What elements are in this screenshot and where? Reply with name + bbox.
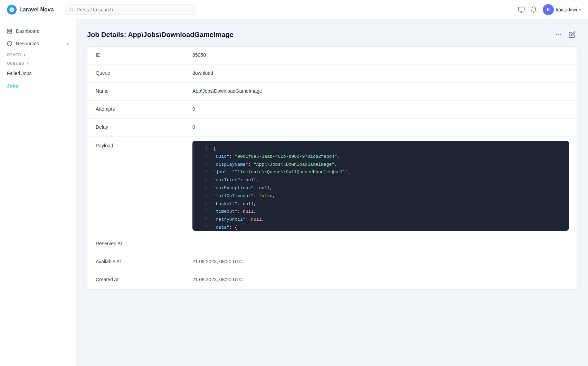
- search-input[interactable]: [77, 7, 192, 12]
- delay-value: 0: [184, 119, 577, 135]
- detail-row-reserved-at: Reserved At —: [87, 235, 577, 253]
- detail-row-id: ID 85050: [87, 47, 577, 65]
- avatar: K: [543, 4, 554, 15]
- sidebar-item-dashboard[interactable]: Dashboard: [0, 25, 76, 37]
- code-line-3: 3 "displayName": "App\\Jobs\\DownloadGam…: [192, 161, 569, 169]
- resources-label: Resources: [16, 41, 39, 46]
- ellipsis-icon: [555, 31, 562, 38]
- svg-rect-6: [10, 29, 12, 31]
- search-icon: [69, 7, 74, 12]
- resources-icon: [7, 41, 12, 46]
- created-at-value: 21.09.2023, 08:20 UTC: [184, 271, 577, 288]
- logo-icon: [7, 5, 17, 15]
- detail-card: ID 85050 Queue download Name App\Jobs\Do…: [87, 46, 577, 290]
- payload-label: Payload: [87, 137, 184, 154]
- topnav: Laravel Nova K kaiserkiwi ▾: [0, 0, 588, 19]
- failed-jobs-label: Failed Jobs: [7, 71, 32, 76]
- created-at-label: Created At: [87, 271, 184, 288]
- payload-value: 1 { 2 "uuid": "90d1f0a5-3aab-462b-b980-9…: [184, 137, 577, 235]
- code-line-7: 7 "failOnTimeout": false,: [192, 192, 569, 200]
- detail-row-created-at: Created At 21.09.2023, 08:20 UTC: [87, 271, 577, 289]
- user-chevron-icon: ▾: [579, 7, 581, 12]
- code-block[interactable]: 1 { 2 "uuid": "90d1f0a5-3aab-462b-b980-9…: [192, 141, 569, 231]
- detail-row-queue: Queue download: [87, 65, 577, 83]
- page-header: Job Details: App\Jobs\DownloadGameImage: [87, 30, 577, 39]
- delay-label: Delay: [87, 119, 184, 135]
- attempts-label: Attempts: [87, 101, 184, 117]
- svg-line-1: [73, 10, 73, 11]
- code-line-8: 8 "backoff": null,: [192, 200, 569, 208]
- layout: Dashboard Resources ▾ OTHER ▸ QUEUES ▾ F…: [0, 19, 588, 366]
- main-content: Job Details: App\Jobs\DownloadGameImage: [76, 19, 588, 366]
- header-actions: [553, 30, 577, 39]
- svg-rect-8: [10, 31, 12, 33]
- app-logo[interactable]: Laravel Nova: [7, 5, 54, 15]
- jobs-label: Jobs: [7, 83, 18, 89]
- code-line-11: 11 "data": {: [192, 224, 569, 231]
- grid-icon: [7, 28, 12, 34]
- svg-rect-2: [519, 7, 524, 11]
- svg-rect-5: [8, 29, 9, 31]
- attempts-value: 0: [184, 101, 577, 117]
- other-section: OTHER ▸: [0, 50, 76, 58]
- queue-label: Queue: [87, 65, 184, 81]
- detail-row-delay: Delay 0: [87, 119, 577, 137]
- sidebar: Dashboard Resources ▾ OTHER ▸ QUEUES ▾ F…: [0, 19, 76, 366]
- search-box[interactable]: [65, 4, 196, 15]
- monitor-icon[interactable]: [518, 6, 525, 13]
- page-title: Job Details: App\Jobs\DownloadGameImage: [87, 31, 234, 39]
- name-label: Name: [87, 83, 184, 99]
- reserved-at-value: —: [184, 235, 577, 252]
- available-at-value: 21.09.2023, 08:20 UTC: [184, 253, 577, 270]
- dashboard-label: Dashboard: [16, 28, 40, 34]
- user-menu[interactable]: K kaiserkiwi ▾: [543, 4, 581, 15]
- sidebar-item-resources[interactable]: Resources ▾: [0, 37, 76, 50]
- more-actions-button[interactable]: [553, 30, 563, 39]
- code-line-2: 2 "uuid": "90d1f0a5-3aab-462b-b980-9781c…: [192, 153, 569, 161]
- edit-button[interactable]: [567, 30, 577, 39]
- resources-chevron-icon: ▾: [67, 41, 69, 46]
- detail-row-attempts: Attempts 0: [87, 101, 577, 119]
- code-line-4: 4 "job": "Illuminate\\Queue\\CallQueuedH…: [192, 168, 569, 176]
- reserved-at-label: Reserved At: [87, 235, 184, 252]
- svg-rect-7: [8, 31, 9, 33]
- sidebar-item-jobs[interactable]: Jobs: [0, 80, 76, 92]
- edit-icon: [569, 31, 576, 38]
- code-line-10: 10 "retryUntil": null,: [192, 216, 569, 224]
- code-line-9: 9 "timeout": null,: [192, 208, 569, 216]
- available-at-label: Available At: [87, 253, 184, 270]
- sidebar-item-failed-jobs[interactable]: Failed Jobs: [0, 67, 76, 80]
- username-label: kaiserkiwi: [556, 7, 577, 12]
- id-value: 85050: [184, 47, 577, 63]
- queue-value: download: [184, 65, 577, 81]
- id-label: ID: [87, 47, 184, 63]
- detail-row-available-at: Available At 21.09.2023, 08:20 UTC: [87, 253, 577, 271]
- topnav-right: K kaiserkiwi ▾: [518, 4, 581, 15]
- code-line-5: 5 "maxTries": null,: [192, 176, 569, 184]
- svg-point-0: [70, 8, 73, 11]
- detail-row-payload: Payload 1 { 2 "uuid": "90d1f0a5-3aab-462…: [87, 137, 577, 235]
- search-area: [65, 4, 196, 15]
- detail-row-name: Name App\Jobs\DownloadGameImage: [87, 83, 577, 101]
- queues-section: QUEUES ▾: [0, 58, 76, 67]
- name-value: App\Jobs\DownloadGameImage: [184, 83, 577, 99]
- svg-point-11: [560, 34, 561, 35]
- app-name: Laravel Nova: [19, 7, 54, 13]
- other-chevron-icon: ▸: [24, 53, 26, 57]
- code-line-1: 1 {: [192, 145, 569, 153]
- svg-point-10: [558, 34, 559, 35]
- code-line-6: 6 "maxExceptions": null,: [192, 184, 569, 192]
- queues-chevron-icon: ▾: [27, 61, 29, 65]
- bell-icon[interactable]: [530, 6, 537, 13]
- svg-point-9: [556, 34, 557, 35]
